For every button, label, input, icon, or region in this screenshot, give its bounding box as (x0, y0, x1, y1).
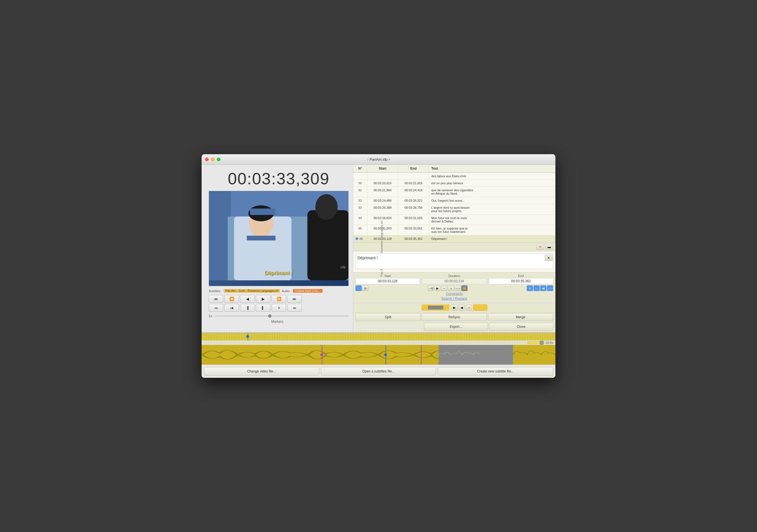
table-row[interactable]: 95 00:03:31,093 00:03:33,061 Eh bien, je… (353, 225, 556, 235)
resync-button[interactable]: ReSync (422, 313, 487, 321)
cell-end: 00:03:24,418 (398, 187, 429, 197)
playback-forward-button[interactable]: → (466, 304, 472, 311)
rewind-button[interactable]: ⏪ (224, 295, 239, 303)
time-scale-slider[interactable] (528, 341, 544, 344)
file-icon: ♪ (367, 158, 369, 161)
playback-play-button[interactable]: ▶ (451, 304, 457, 311)
app-window: ♪ PanAm.sfp ▾ Pan Am – 1x14 – Romance La… (201, 154, 556, 378)
next-end-button[interactable]: ⊙ (527, 285, 533, 291)
svg-rect-9 (247, 236, 275, 240)
active-indicator (355, 237, 358, 240)
window-title: PanAm.sfp (370, 157, 387, 162)
channel-watermark: city (341, 265, 346, 269)
constraints-link[interactable]: Constraints (355, 292, 553, 296)
add-row-button[interactable]: ▬ (545, 244, 553, 250)
time-scale-thumb[interactable] (540, 341, 544, 345)
forward-large-button[interactable]: →→ (455, 285, 461, 291)
skip-to-end-button[interactable]: ⏭ (287, 295, 302, 303)
forward-small-button[interactable]: → (448, 285, 454, 291)
controls-row-2: ⏮ |◀ ▐ ▌ ⏸ ⏭ (209, 304, 349, 312)
timeline-playhead-dot (246, 335, 249, 338)
svg-point-4 (315, 194, 338, 220)
table-row[interactable]: 92 00:03:24,486 00:03:26,321 Oui, l'arge… (353, 197, 556, 204)
table-row[interactable]: 90 00:03:20,615 00:03:21,816 est un peu … (353, 180, 556, 187)
close-button[interactable]: Close (489, 323, 553, 330)
subtitle-table: N° Start End Text des bijoux aux États-U… (353, 165, 556, 243)
play-back-button[interactable]: ← (441, 285, 447, 291)
play-in-button[interactable]: ▶ (434, 285, 440, 291)
timing-controls: ← ⊙ →⊙ ▶ ← → →→ 🔒 ⊙ ← ◀ (355, 285, 553, 291)
ctrl-btn-4[interactable]: ▌ (256, 304, 270, 312)
step-back-button[interactable]: ◀ (240, 295, 255, 303)
svg-rect-8 (250, 208, 275, 215)
ctrl-btn-6[interactable]: ⏭ (287, 304, 302, 312)
cell-n: 93 (353, 204, 367, 214)
cell-end: 00:03:31,025 (398, 215, 429, 225)
timing-end-col: End (489, 274, 553, 284)
lock-button[interactable]: 🔒 (461, 285, 468, 291)
cell-n: 90 (353, 180, 367, 186)
controls-section: ⏮ ⏪ ◀ ▶ ⏩ ⏭ ⏮ |◀ ▐ ▌ ⏸ ⏭ (209, 295, 349, 313)
table-row[interactable]: 94 00:03:28,824 00:03:31,025 Mon futur e… (353, 215, 556, 225)
ctrl-btn-2[interactable]: |◀ (224, 304, 239, 312)
video-scene: Déprimant ! city (209, 191, 348, 280)
ctrl-btn-1[interactable]: ⏮ (209, 304, 223, 312)
delete-row-button[interactable]: ✕ (536, 244, 544, 250)
ctrl-btn-3[interactable]: ▐ (240, 304, 255, 312)
timing-section: Start Duration End ← (353, 272, 556, 303)
start-label: Start (384, 274, 391, 277)
speed-slider[interactable] (215, 315, 349, 317)
playback-rewind-button[interactable]: ◀ (459, 304, 465, 311)
end-far-right-button[interactable]: →→ (547, 285, 553, 291)
ctrl-btn-5[interactable]: ⏸ (272, 304, 286, 312)
bottom-section: 20.0s (201, 332, 556, 378)
change-video-button[interactable]: Change video file... (204, 367, 319, 376)
split-button[interactable]: Split (355, 313, 421, 321)
export-button[interactable]: Export... (424, 323, 488, 330)
subtitles-label: Subtitles : (209, 289, 222, 293)
cell-end: 00:03:28,756 (398, 204, 429, 214)
merge-button[interactable]: Merge (488, 313, 553, 321)
table-row[interactable]: 91 00:03:21,884 00:03:24,418 que de rame… (353, 187, 556, 197)
waveform-display (201, 345, 556, 364)
table-row[interactable]: des bijoux aux États-Unis (353, 173, 556, 180)
minimize-button[interactable] (211, 158, 215, 161)
timing-duration-col: Duration (422, 274, 486, 284)
end-arrow-left2-button[interactable]: ◀ (540, 285, 546, 291)
audio-label: Audio : (282, 289, 291, 293)
cell-start: 00:03:20,615 (367, 180, 398, 186)
prev-start-button[interactable]: ← (355, 285, 362, 291)
markers-label: Markers (206, 320, 349, 324)
subtitle-file-badge[interactable]: Pan Am – 1x14 – Romance Languages.srt (224, 289, 280, 293)
window-buttons (205, 158, 221, 161)
create-subtitle-button[interactable]: Create new subtitle file... (438, 367, 553, 376)
start-input[interactable] (355, 278, 420, 284)
subtitle-text-input[interactable]: Déprimant ! (355, 254, 553, 269)
playback-yellow-bar (473, 304, 487, 311)
maximize-button[interactable] (217, 158, 221, 161)
play-button[interactable]: ▶ (256, 295, 270, 303)
timeline-track[interactable] (201, 333, 556, 340)
fast-forward-button[interactable]: ⏩ (272, 295, 286, 303)
video-bg: Déprimant ! city (209, 191, 348, 286)
table-row-active[interactable]: 96 00:03:33,128 00:03:35,362 Déprimant ! (353, 235, 556, 242)
cell-end: 00:03:26,321 (398, 197, 429, 204)
waveform-marker-right (421, 345, 421, 364)
end-label: End (518, 274, 524, 277)
cell-text: Déprimant ! (429, 235, 556, 242)
dropdown-icon[interactable]: ▾ (389, 158, 390, 161)
jump-in-button[interactable]: →⊙ (428, 285, 434, 291)
waveform-row[interactable] (201, 345, 556, 364)
end-arrow-left-button[interactable]: ← (533, 285, 540, 291)
delete-text-button[interactable]: ✕ (545, 255, 553, 261)
open-subtitles-button[interactable]: Open a subtitles file... (321, 367, 436, 376)
audio-file-badge[interactable]: Untitled track (Unk.... (293, 289, 322, 293)
set-start-here-button[interactable]: ⊙ (362, 285, 368, 291)
end-input[interactable] (489, 278, 553, 284)
close-button[interactable] (205, 158, 209, 161)
table-row[interactable]: 93 00:03:26,388 00:03:28,756 L'argent do… (353, 204, 556, 215)
skip-to-start-button[interactable]: ⏮ (209, 295, 223, 303)
time-scale-row: 20.0s (201, 340, 556, 345)
search-replace-link[interactable]: Search / Replace (355, 297, 553, 300)
cell-start: 00:03:24,486 (367, 197, 398, 204)
